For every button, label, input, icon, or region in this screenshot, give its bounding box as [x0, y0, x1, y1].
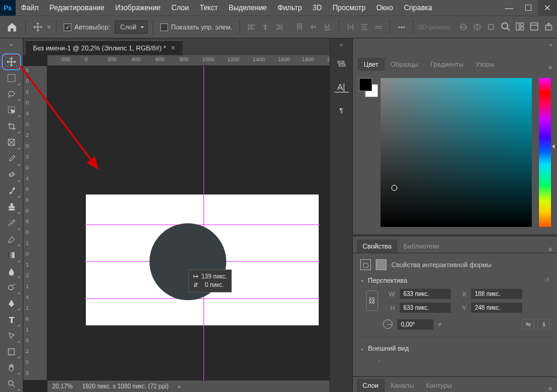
move-tool[interactable] [2, 54, 20, 70]
status-chevron-icon[interactable]: ▸ [178, 383, 181, 390]
align-right-icon[interactable] [272, 20, 286, 34]
flip-vertical-button[interactable]: ⥮ [538, 319, 550, 330]
align-group-2 [293, 20, 334, 34]
path-select-tool[interactable] [2, 328, 20, 343]
hand-tool[interactable] [2, 360, 20, 375]
menu-view[interactable]: Просмотр [327, 0, 371, 16]
object-select-tool[interactable] [2, 102, 20, 118]
tab-patterns[interactable]: Узоры [469, 58, 500, 71]
workspace-icon[interactable] [529, 22, 539, 32]
tab-swatches[interactable]: Образцы [385, 58, 424, 71]
tab-paths[interactable]: Контуры [420, 379, 458, 392]
zoom-level[interactable]: 20,17% [52, 383, 73, 390]
window-minimize-button[interactable]: — [499, 0, 519, 16]
link-wh-icon[interactable]: ⛓ [366, 291, 378, 311]
ruler-vertical[interactable]: 806040202040608010121416182022 [23, 66, 47, 380]
align-top-icon[interactable] [293, 20, 306, 34]
window-maximize-button[interactable]: ☐ [519, 0, 538, 16]
properties-panel-tabs: Свойства Библиотеки ≡ [353, 237, 557, 253]
menu-edit[interactable]: Редактирование [44, 0, 110, 16]
blur-tool[interactable] [2, 264, 20, 279]
type-tool[interactable] [2, 312, 20, 327]
eraser-tool[interactable] [2, 231, 20, 247]
eyedropper-tool[interactable] [2, 151, 20, 166]
document-tab[interactable]: Без имени-1 @ 20,2% (Эллипс 1, RGB/8#) *… [26, 40, 182, 55]
tab-gradients[interactable]: Градиенты [424, 58, 469, 71]
width-input[interactable]: 633 пикс. [400, 289, 451, 299]
shape-tool[interactable] [2, 344, 20, 360]
menu-image[interactable]: Изображение [110, 0, 166, 16]
tab-properties[interactable]: Свойства [357, 240, 397, 253]
zoom-tool[interactable] [2, 376, 20, 391]
tab-layers[interactable]: Слои [357, 379, 385, 392]
align-vcenter-icon[interactable] [307, 20, 320, 34]
align-left-icon[interactable] [245, 20, 258, 34]
gradient-tool[interactable] [2, 247, 20, 263]
collapse-panels-icon[interactable]: » [549, 42, 552, 48]
stamp-tool[interactable] [2, 199, 20, 214]
brush-tool[interactable] [2, 183, 20, 199]
menu-window[interactable]: Окно [371, 0, 399, 16]
tab-libraries[interactable]: Библиотеки [397, 240, 445, 253]
y-input[interactable]: 248 пикс. [471, 303, 522, 313]
section-appearance[interactable]: ⌄ Внешний вид [360, 345, 550, 352]
pen-tool[interactable] [2, 295, 20, 311]
close-icon[interactable]: × [171, 44, 175, 52]
section-transform[interactable]: ⌄ Перспектива ↺ [360, 276, 550, 284]
search-icon[interactable] [501, 22, 510, 32]
document-info[interactable]: 1920 пикс. x 1080 пикс. (72 ppi) [82, 383, 169, 390]
panel-menu-icon[interactable]: ≡ [549, 64, 552, 71]
healing-tool[interactable] [2, 167, 20, 182]
menu-filter[interactable]: Фильтр [272, 0, 307, 16]
toolbar-collapse-icon[interactable]: » [10, 42, 13, 48]
arrange-icon[interactable] [515, 22, 525, 32]
lasso-tool[interactable] [2, 86, 20, 102]
menu-text[interactable]: Текст [194, 0, 223, 16]
autoselect-checkbox[interactable]: Автовыбор: [61, 23, 112, 31]
foreground-swatch[interactable] [359, 78, 372, 91]
menu-file[interactable]: Файл [16, 0, 44, 16]
distribute-h-icon[interactable] [344, 20, 357, 34]
menu-select[interactable]: Выделение [223, 0, 272, 16]
home-button[interactable] [4, 19, 20, 35]
show-controls-checkbox[interactable]: Показать упр. элем. [158, 23, 235, 31]
history-brush-tool[interactable] [2, 215, 20, 231]
menu-3d[interactable]: 3D [307, 0, 327, 16]
distribute-v-icon[interactable] [358, 20, 371, 34]
canvas-viewport[interactable]: ↦ 139 пикс. ⇵ 0 пикс. [47, 66, 330, 380]
window-close-button[interactable]: ✕ [538, 0, 557, 16]
panel-menu-icon[interactable]: ≡ [549, 385, 552, 392]
menu-help[interactable]: Справка [399, 0, 438, 16]
menu-layers[interactable]: Слои [166, 0, 194, 16]
share-icon[interactable] [544, 22, 553, 32]
panel-menu-icon[interactable]: ≡ [549, 246, 552, 253]
distribute-more-icon[interactable] [372, 20, 385, 34]
height-input[interactable]: 633 пикс. [400, 303, 451, 313]
dodge-tool[interactable] [2, 279, 20, 295]
expand-panels-icon[interactable]: « [340, 42, 343, 48]
x-input[interactable]: 188 пикс. [471, 289, 522, 299]
layers-panel-icon[interactable] [334, 56, 349, 71]
paragraph-panel-icon[interactable]: ¶ [334, 103, 349, 118]
tab-channels[interactable]: Каналы [385, 379, 420, 392]
align-hcenter-icon[interactable] [259, 20, 272, 34]
hue-slider[interactable] [539, 78, 551, 227]
3d-orbit-icon[interactable] [457, 20, 470, 34]
flip-horizontal-button[interactable]: ⇋ [522, 319, 534, 330]
ruler-horizontal[interactable]: -200 0 200 400 600 800 1000 1200 1400 16… [47, 55, 330, 66]
character-panel-icon[interactable]: A| [334, 82, 349, 92]
color-swatches[interactable] [359, 78, 377, 227]
align-options-icon[interactable]: ••• [395, 20, 408, 34]
autoselect-mode-select[interactable]: Слой [115, 20, 148, 34]
color-field[interactable] [381, 78, 532, 227]
angle-input[interactable]: 0,00° [397, 319, 433, 330]
3d-rotate-icon[interactable] [471, 20, 484, 34]
reset-icon[interactable]: ↺ [544, 276, 550, 284]
3d-scale-icon[interactable] [484, 20, 498, 34]
align-bottom-icon[interactable] [321, 20, 334, 34]
frame-tool[interactable] [2, 134, 20, 150]
crop-tool[interactable] [2, 118, 20, 134]
marquee-tool[interactable] [2, 70, 20, 86]
angle-dial-icon[interactable] [383, 319, 393, 329]
tab-color[interactable]: Цвет [358, 58, 385, 71]
